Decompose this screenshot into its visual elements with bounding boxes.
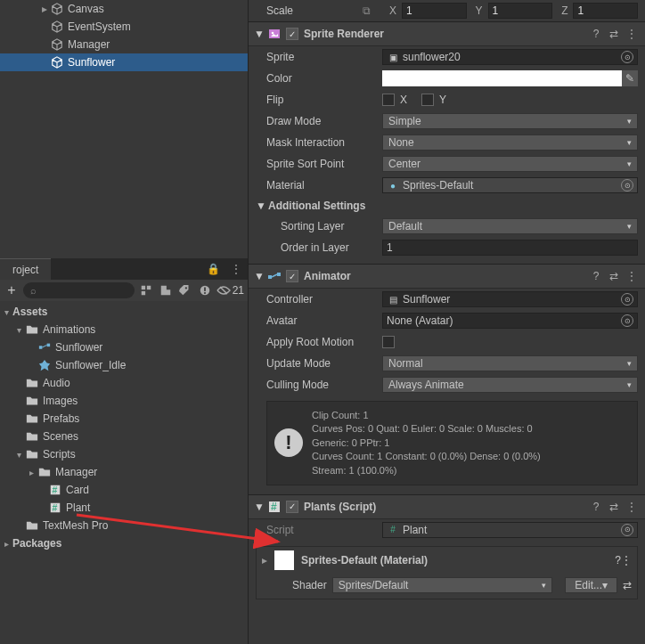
context-menu-icon[interactable]: ⋮ [621,554,632,567]
sorting-layer-dropdown[interactable]: Default [382,218,638,234]
animator-icon [266,268,282,284]
scale-y-field[interactable]: 1 [488,3,553,19]
preset-icon[interactable]: ⇄ [623,579,632,591]
tree-item[interactable]: Audio [0,374,248,392]
sort-point-dropdown[interactable]: Center [382,156,638,172]
help-icon[interactable]: ? [615,554,621,567]
mask-interaction-dropdown[interactable]: None [382,135,638,151]
update-mode-dropdown[interactable]: Normal [382,355,638,371]
hierarchy-item[interactable]: ▸ Canvas [0,0,248,18]
hierarchy-item[interactable]: EventSystem [0,18,248,36]
object-picker-icon[interactable]: ⊙ [621,51,633,63]
culling-mode-dropdown[interactable]: Always Animate [382,377,638,393]
search-by-type-icon[interactable] [138,282,154,298]
script-icon: # [48,483,62,497]
tree-label: Scripts [43,448,76,461]
sprite-field[interactable]: ▣sunflower20⊙ [382,49,638,65]
svg-rect-0 [141,286,144,289]
foldout-icon[interactable]: ▼ [254,28,266,40]
scale-z-field[interactable]: 1 [573,3,638,19]
context-menu-icon[interactable]: ⋮ [624,26,640,42]
tree-item[interactable]: ▸Manager [0,463,248,481]
help-icon[interactable]: ? [588,26,604,42]
animator-controller-icon: ▤ [387,293,399,306]
sprite-renderer-header[interactable]: ▼ ✓ Sprite Renderer ? ⇄ ⋮ [249,21,645,46]
avatar-field[interactable]: None (Avatar)⊙ [382,313,638,329]
material-inspector: ▸ Sprites-Default (Material) ? ⋮ Shader … [256,546,638,599]
tree-label: Scenes [43,430,78,443]
folder-icon [25,447,39,461]
tag-icon[interactable] [177,282,193,298]
hierarchy-item-selected[interactable]: Sunflower [0,53,248,71]
object-picker-icon[interactable]: ⊙ [621,314,633,327]
plants-script-header[interactable]: ▼ # ✓ Plants (Script) ? ⇄ ⋮ [249,494,645,519]
tree-label: Prefabs [43,412,79,425]
eyedropper-icon[interactable]: ✎ [622,70,638,86]
folder-icon [25,322,39,337]
lock-icon[interactable]: 🔒 [205,261,221,277]
tree-item[interactable]: Prefabs [0,410,248,428]
order-in-layer-field[interactable]: 1 [382,240,638,256]
project-tab[interactable]: roject [0,258,51,280]
foldout-icon[interactable]: ▼ [254,270,266,282]
flip-y-checkbox[interactable] [421,94,434,106]
color-field[interactable]: ✎ [382,70,638,86]
hierarchy-item[interactable]: Manager [0,36,248,53]
enabled-checkbox[interactable]: ✓ [286,28,298,40]
context-menu-icon[interactable]: ⋮ [228,261,244,277]
tree-item[interactable]: ▾Animations [0,321,248,338]
enabled-checkbox[interactable]: ✓ [286,270,298,282]
svg-rect-8 [47,344,51,347]
object-picker-icon[interactable]: ⊙ [621,293,633,306]
draw-mode-dropdown[interactable]: Simple [382,113,638,129]
additional-settings-header[interactable]: ▼Additional Settings [249,196,645,216]
edit-button[interactable]: Edit... ▾ [565,577,617,593]
help-icon[interactable]: ? [588,499,604,515]
object-picker-icon[interactable]: ⊙ [621,179,633,192]
scale-x-field[interactable]: 1 [402,3,467,19]
script-field[interactable]: #Plant⊙ [382,522,638,538]
tree-item[interactable]: Images [0,392,248,410]
shader-dropdown[interactable]: Sprites/Default [332,577,553,593]
tree-item[interactable]: #Plant [0,499,248,517]
root-motion-checkbox[interactable] [382,336,395,348]
hierarchy-label: Manager [68,38,110,51]
tree-item[interactable]: Scenes [0,428,248,445]
svg-rect-5 [204,288,206,291]
foldout-icon[interactable]: ▸ [39,3,50,15]
tree-item[interactable]: Sunflower_Idle [0,356,248,374]
hidden-count[interactable]: 21 [216,284,244,297]
controller-field[interactable]: ▤Sunflower⊙ [382,291,638,307]
material-field[interactable]: ●Sprites-Default⊙ [382,177,638,193]
preset-icon[interactable]: ⇄ [606,268,622,284]
search-by-label-icon[interactable] [158,282,174,298]
material-header[interactable]: ▸ Sprites-Default (Material) ? ⋮ [257,547,637,574]
tree-item[interactable]: ▾Scripts [0,445,248,463]
tree-item[interactable]: Sunflower [0,338,248,356]
preset-icon[interactable]: ⇄ [606,26,622,42]
add-button[interactable]: + [4,282,20,298]
search-input[interactable]: ⌕ [23,282,135,298]
link-icon[interactable]: ⧉ [363,4,382,17]
save-icon[interactable] [197,282,213,298]
animator-header[interactable]: ▼ ✓ Animator ? ⇄ ⋮ [249,264,645,289]
svg-rect-15 [268,275,272,279]
preset-icon[interactable]: ⇄ [606,499,622,515]
foldout-icon[interactable]: ▼ [254,501,266,513]
context-menu-icon[interactable]: ⋮ [624,499,640,515]
tree-root-assets[interactable]: ▾Assets [0,303,248,321]
project-toolbar: + ⌕ 21 [0,280,248,301]
flip-x-checkbox[interactable] [382,94,395,106]
foldout-icon[interactable]: ▸ [262,554,274,567]
enabled-checkbox[interactable]: ✓ [286,501,298,513]
object-picker-icon[interactable]: ⊙ [621,524,633,536]
context-menu-icon[interactable]: ⋮ [624,268,640,284]
help-icon[interactable]: ? [588,268,604,284]
svg-rect-1 [147,286,151,289]
folder-icon [25,518,39,533]
folder-icon [25,412,39,426]
tree-item[interactable]: #Card [0,481,248,499]
tree-item[interactable]: TextMesh Pro [0,517,248,534]
tree-label: TextMesh Pro [43,519,108,532]
tree-root-packages[interactable]: ▸Packages [0,534,248,552]
